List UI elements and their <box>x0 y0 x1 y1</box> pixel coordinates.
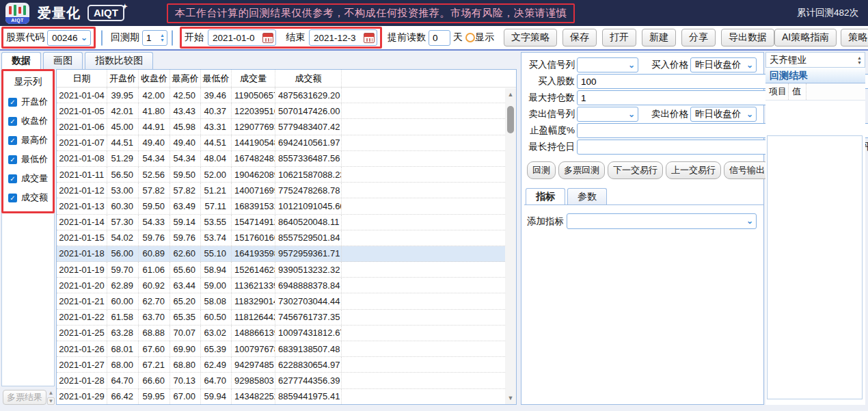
scroll-down-icon[interactable]: ▼ <box>505 393 516 403</box>
column-checkbox-row[interactable]: ✓最低价 <box>3 150 53 169</box>
stock-selector-spinner[interactable]: 天齐锂业 ▲▼ <box>765 52 865 68</box>
display-toggle[interactable] <box>465 33 475 42</box>
buy-price-select[interactable]: 昨日收盘价⌄ <box>690 57 757 72</box>
adjust-mode-combo[interactable]: 前复权 ⌄ <box>101 30 103 46</box>
table-cell: 9390513232.32 <box>275 262 342 277</box>
table-row[interactable]: 2021-01-0744.5149.4049.4044.511441905486… <box>57 135 516 151</box>
table-cell: 8557529501.84 <box>275 230 342 246</box>
tab-指标[interactable]: 指标 <box>526 188 565 204</box>
toolbar-button[interactable]: 保存 <box>562 29 597 47</box>
sell-price-select[interactable]: 昨日收盘价⌄ <box>690 107 757 122</box>
table-cell: 113621339 <box>232 278 275 293</box>
table-row[interactable]: 2021-01-1457.3054.3359.1453.551547149128… <box>57 215 516 230</box>
table-row[interactable]: 2021-01-1156.5052.5659.5052.001904620891… <box>57 167 516 183</box>
action-button[interactable]: 多票回测 <box>558 161 605 179</box>
scroll-up-icon[interactable]: ▲ <box>49 390 54 396</box>
table-row[interactable]: 2021-01-2160.0062.7065.2058.081183290147… <box>57 293 516 309</box>
toolbar-button[interactable]: 文字策略 <box>504 29 557 47</box>
table-cell: 2021-01-12 <box>57 183 107 198</box>
logo-text: AIQT <box>5 17 29 24</box>
toolbar-button[interactable]: 打开 <box>602 29 636 47</box>
spinner-arrows-icon[interactable]: ▲▼ <box>158 33 167 42</box>
spinner-arrows-icon[interactable]: ▲▼ <box>854 55 865 65</box>
table-cell: 4875631629.20 <box>275 88 342 103</box>
table-cell: 65.60 <box>170 262 201 277</box>
table-row[interactable]: 2021-01-2668.0167.6069.9065.391007976786… <box>57 341 516 357</box>
period-spinner[interactable]: ▲▼ <box>142 30 167 46</box>
aiqt-badge: AIQT ✦ <box>87 5 124 21</box>
sell-signal-select[interactable]: ⌄ <box>577 107 638 122</box>
table-row[interactable]: 2021-01-0542.0141.8043.4340.371220395165… <box>57 103 516 119</box>
tab-指数比较图[interactable]: 指数比较图 <box>85 52 153 69</box>
scroll-thumb[interactable] <box>507 106 514 133</box>
sell-signal-label: 卖出信号列 <box>526 108 575 120</box>
end-date-input[interactable]: 2021-12-3 <box>309 29 377 46</box>
toolbar-button[interactable]: 策略示例 <box>841 29 868 47</box>
table-row[interactable]: 2021-01-1959.7061.0665.6058.941526146289… <box>57 262 516 278</box>
scroll-up-icon[interactable]: ▲ <box>505 90 516 99</box>
table-cell: 2021-01-28 <box>57 373 107 388</box>
table-row[interactable]: 2021-01-0439.9542.0042.5039.461190506574… <box>57 88 516 103</box>
table-cell: 2021-01-15 <box>57 230 107 246</box>
column-checkbox-row[interactable]: ✓最高价 <box>3 131 53 150</box>
table-cell: 57.30 <box>107 215 139 230</box>
multi-result-button[interactable]: 多票结果 <box>3 390 46 405</box>
table-cell: 49.40 <box>170 135 201 150</box>
calendar-icon[interactable] <box>262 33 273 43</box>
chevron-down-icon: ⌄ <box>625 107 638 122</box>
action-button[interactable]: 上一交易行 <box>666 161 721 179</box>
table-cell: 66.42 <box>107 389 139 404</box>
results-title: 回测结果 <box>765 68 865 83</box>
table-cell: 151760166 <box>232 230 275 246</box>
table-row[interactable]: 2021-01-0645.0044.9145.9843.311290776935… <box>57 119 516 135</box>
action-button[interactable]: 回测 <box>527 161 556 179</box>
table-row[interactable]: 2021-01-2864.7066.6070.1364.709298580362… <box>57 373 516 388</box>
start-date-input[interactable]: 2021-01-0 <box>208 29 276 46</box>
table-cell: 6948888378.84 <box>275 278 342 293</box>
table-row[interactable]: 2021-01-1253.0057.8257.8251.211400716997… <box>57 183 516 198</box>
toolbar-button[interactable]: AI策略指南 <box>774 29 837 47</box>
calendar-icon[interactable] <box>364 33 375 43</box>
table-cell: 45.98 <box>170 119 201 134</box>
add-indicator-select[interactable]: ⌄ <box>567 213 757 229</box>
table-row[interactable]: 2021-01-1856.0060.8962.6055.101641935989… <box>57 246 516 262</box>
table-cell: 59.76 <box>170 230 201 246</box>
table-row[interactable]: 2021-01-1554.0259.7659.7653.741517601668… <box>57 230 516 246</box>
table-vertical-scrollbar[interactable]: ▲ ▼ <box>505 88 516 404</box>
pre-read-input[interactable] <box>429 30 450 46</box>
table-row[interactable]: 2021-01-2563.2868.8870.0763.021488661391… <box>57 326 516 341</box>
period-input[interactable] <box>143 33 158 43</box>
table-cell: 2021-01-27 <box>57 357 107 372</box>
stock-code-combo[interactable]: 00246 ⌄ <box>47 30 91 46</box>
table-row[interactable]: 2021-01-2261.5863.7065.3560.501181264427… <box>57 310 516 326</box>
table-row[interactable]: 2021-01-0851.2954.3454.3448.041674824828… <box>57 151 516 167</box>
column-checkbox-row[interactable]: ✓收盘价 <box>3 111 53 131</box>
buy-signal-select[interactable]: ⌄ <box>577 57 638 72</box>
checkbox-checked-icon: ✓ <box>8 117 17 126</box>
toolbar-button[interactable]: 分享 <box>681 29 716 47</box>
column-checkbox-row[interactable]: ✓成交量 <box>3 169 53 188</box>
table-row[interactable]: 2021-01-1360.3059.5063.4957.111683915321… <box>57 198 516 214</box>
table-cell: 164193598 <box>232 246 275 261</box>
tab-数据[interactable]: 数据 <box>1 52 41 69</box>
table-row[interactable]: 2021-01-2768.0067.2168.8062.499429748562… <box>57 357 516 373</box>
toolbar-button[interactable]: 导出数据 <box>721 29 774 47</box>
table-cell: 53.74 <box>201 230 232 246</box>
table-row[interactable]: 2021-01-2062.8960.9263.4459.001136213396… <box>57 278 516 293</box>
scroll-down-icon[interactable]: ▼ <box>47 397 55 405</box>
table-cell: 53.00 <box>107 183 139 198</box>
column-checkbox-row[interactable]: ✓开盘价 <box>3 92 53 111</box>
checkbox-label: 收盘价 <box>21 115 48 127</box>
table-row[interactable]: 2021-01-2966.4259.9567.0059.941434822528… <box>57 389 516 405</box>
multi-result-scroll[interactable]: ▲ ▼ <box>47 390 55 405</box>
table-cell: 67.21 <box>139 357 170 372</box>
table-cell: 63.49 <box>170 198 201 213</box>
period-unit-combo[interactable]: 年 ⌄ <box>172 30 173 46</box>
tab-参数[interactable]: 参数 <box>567 188 607 204</box>
toolbar-button[interactable]: 新建 <box>642 29 676 47</box>
tab-画图[interactable]: 画图 <box>43 52 83 69</box>
table-cell: 42.00 <box>139 88 170 103</box>
column-checkbox-row[interactable]: ✓成交额 <box>3 188 53 207</box>
action-button[interactable]: 信号输出 <box>724 161 770 179</box>
action-button[interactable]: 下一交易行 <box>608 161 663 179</box>
